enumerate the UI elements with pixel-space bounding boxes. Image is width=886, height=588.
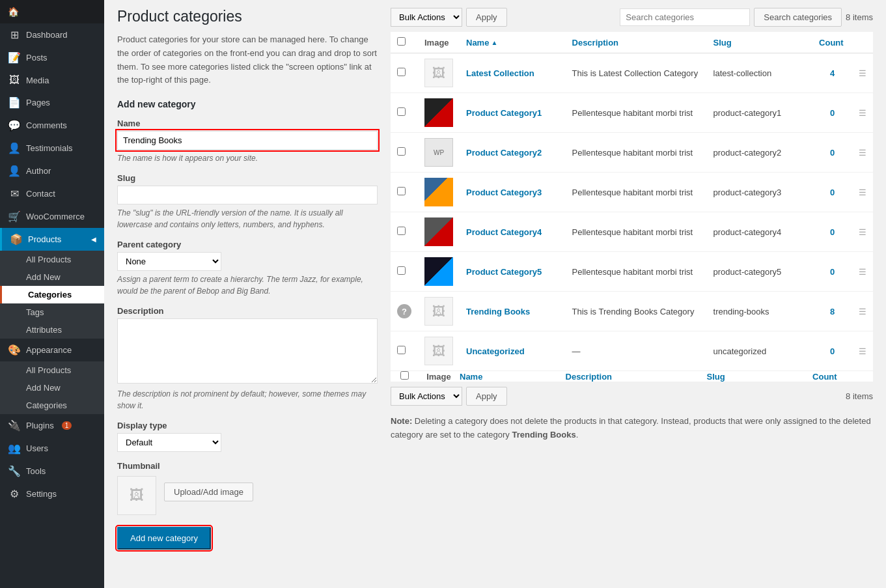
products-arrow-icon: ◀ [91, 236, 96, 243]
bulk-actions-select-top[interactable]: Bulk Actions [391, 8, 462, 27]
select-all-checkbox-bottom[interactable] [400, 371, 409, 380]
description-sort-link[interactable]: Description [572, 38, 700, 48]
upload-image-button[interactable]: Upload/Add image [164, 483, 253, 501]
footer-col-name[interactable]: Name [460, 371, 566, 382]
col-header-count[interactable]: Count [812, 32, 852, 53]
category-name-link[interactable]: Product Category3 [466, 188, 542, 197]
search-input[interactable] [620, 8, 750, 26]
sidebar-item-pages[interactable]: 📄 Pages [0, 91, 104, 114]
sidebar-item-posts[interactable]: 📝 Posts [0, 46, 104, 69]
sidebar-item-woocommerce[interactable]: 🛒 WooCommerce [0, 205, 104, 228]
add-new-category-button[interactable]: Add new category [117, 527, 211, 550]
footer-col-slug[interactable]: Slug [707, 371, 813, 382]
row-checkbox[interactable] [397, 107, 406, 116]
sidebar-item-author[interactable]: 👤 Author [0, 160, 104, 182]
submenu-categories-2[interactable]: Categories [0, 397, 104, 414]
row-checkbox[interactable] [397, 147, 406, 156]
slug-input[interactable] [117, 186, 378, 204]
category-count-link[interactable]: 0 [830, 108, 835, 118]
row-handle[interactable]: ☰ [852, 292, 873, 331]
category-count-link[interactable]: 0 [830, 346, 835, 356]
row-handle[interactable]: ☰ [852, 252, 873, 292]
category-count-link[interactable]: 8 [830, 307, 835, 316]
row-handle[interactable]: ☰ [852, 133, 873, 173]
row-checkbox[interactable] [397, 68, 406, 76]
category-slug: product-category5 [707, 252, 813, 292]
search-button[interactable]: Search categories [754, 8, 842, 27]
category-description: Pellentesque habitant morbi trist [566, 133, 707, 173]
category-count-link[interactable]: 0 [830, 148, 835, 158]
submenu-all-products-2[interactable]: All Products [0, 361, 104, 379]
row-handle[interactable]: ☰ [852, 331, 873, 371]
sidebar-item-contact[interactable]: ✉ Contact [0, 182, 104, 205]
category-name-link[interactable]: Product Category4 [466, 227, 542, 237]
submenu-add-new[interactable]: Add New [0, 268, 104, 286]
name-sort-link[interactable]: Name ▲ [466, 38, 559, 48]
category-name-link[interactable]: Latest Collection [466, 68, 534, 78]
row-handle[interactable]: ☰ [852, 53, 873, 93]
category-name-link[interactable]: Trending Books [466, 307, 530, 316]
slug-help: The "slug" is the URL-friendly version o… [117, 207, 378, 231]
apply-button-top[interactable]: Apply [466, 8, 507, 27]
category-name-link[interactable]: Product Category5 [466, 267, 542, 277]
parent-select[interactable]: None [117, 252, 221, 271]
bulk-actions-select-bottom[interactable]: Bulk Actions [391, 387, 462, 406]
question-icon[interactable]: ? [397, 304, 411, 318]
sidebar-item-settings[interactable]: ⚙ Settings [0, 483, 104, 505]
name-field: Name The name is how it appears on your … [117, 119, 378, 164]
row-checkbox[interactable] [397, 227, 406, 235]
settings-icon: ⚙ [8, 488, 21, 500]
footer-name-link[interactable]: Name [460, 372, 566, 382]
category-name-link[interactable]: Uncategorized [466, 346, 525, 356]
table-body: 🖼 Latest Collection This is Latest Colle… [391, 53, 873, 371]
col-header-name[interactable]: Name ▲ [460, 32, 566, 53]
footer-col-count[interactable]: Count [812, 371, 852, 382]
submenu-all-products[interactable]: All Products [0, 251, 104, 268]
sidebar-item-comments[interactable]: 💬 Comments [0, 114, 104, 137]
col-header-slug[interactable]: Slug [707, 32, 813, 53]
footer-description-link[interactable]: Description [566, 372, 707, 382]
col-header-description[interactable]: Description [566, 32, 707, 53]
category-name-link[interactable]: Product Category2 [466, 148, 542, 158]
sidebar-item-products[interactable]: 📦 Products ◀ [0, 228, 104, 251]
sidebar-item-label: Tools [26, 466, 46, 476]
slug-sort-link[interactable]: Slug [713, 38, 807, 48]
submenu-add-new-2[interactable]: Add New [0, 379, 104, 397]
items-count-bottom: 8 items [846, 391, 873, 401]
slug-field: Slug The "slug" is the URL-friendly vers… [117, 173, 378, 231]
row-handle[interactable]: ☰ [852, 173, 873, 212]
name-input[interactable] [117, 131, 378, 150]
row-checkbox[interactable] [397, 187, 406, 195]
apply-button-bottom[interactable]: Apply [466, 387, 507, 406]
display-type-select[interactable]: Default Products Subcategories Both [117, 433, 221, 452]
submenu-attributes[interactable]: Attributes [0, 321, 104, 339]
posts-icon: 📝 [8, 51, 21, 64]
sidebar-item-plugins[interactable]: 🔌 Plugins 1 [0, 414, 104, 437]
count-sort-link[interactable]: Count [819, 38, 846, 48]
row-checkbox[interactable] [397, 346, 406, 354]
sidebar-item-users[interactable]: 👥 Users [0, 437, 104, 460]
select-all-checkbox-top[interactable] [397, 37, 406, 46]
sidebar-item-tools[interactable]: 🔧 Tools [0, 460, 104, 483]
row-checkbox[interactable] [397, 266, 406, 275]
category-count-link[interactable]: 0 [830, 188, 835, 197]
category-count-link[interactable]: 0 [830, 267, 835, 277]
submenu-tags[interactable]: Tags [0, 303, 104, 321]
category-count-link[interactable]: 0 [830, 227, 835, 237]
sidebar-item-dashboard[interactable]: ⊞ Dashboard [0, 23, 104, 46]
sidebar: 🏠 ⊞ Dashboard 📝 Posts 🖼 Media 📄 Pages 💬 … [0, 0, 104, 588]
row-handle[interactable]: ☰ [852, 212, 873, 252]
category-name-link[interactable]: Product Category1 [466, 108, 542, 118]
sidebar-item-testimonials[interactable]: 👤 Testimonials [0, 137, 104, 160]
description-textarea[interactable] [117, 318, 378, 384]
row-handle[interactable]: ☰ [852, 93, 873, 133]
footer-col-description[interactable]: Description [566, 371, 707, 382]
category-count-link[interactable]: 4 [830, 68, 835, 78]
footer-count-link[interactable]: Count [812, 372, 852, 382]
footer-slug-link[interactable]: Slug [707, 372, 813, 382]
sidebar-item-label: Products [28, 234, 61, 244]
categories-table: Image Name ▲ Description [391, 32, 873, 382]
sidebar-item-media[interactable]: 🖼 Media [0, 69, 104, 91]
sidebar-item-appearance[interactable]: 🎨 Appearance [0, 339, 104, 361]
submenu-categories[interactable]: Categories [0, 286, 104, 303]
